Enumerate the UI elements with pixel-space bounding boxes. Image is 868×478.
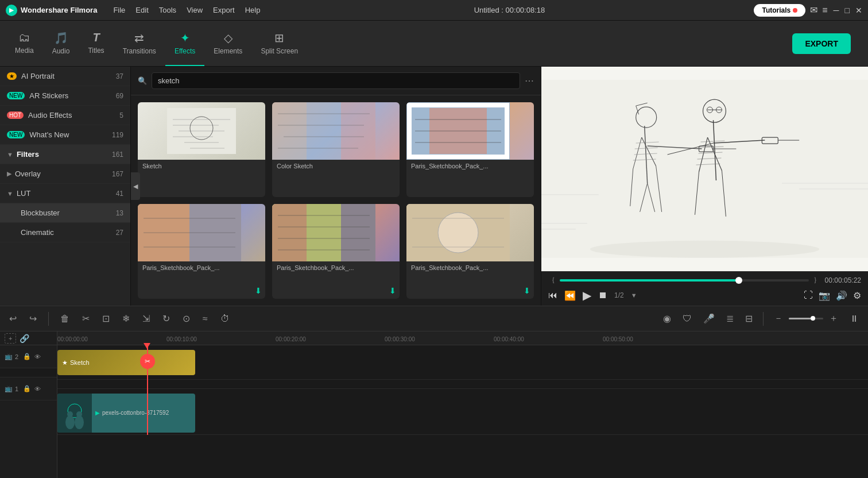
preview-panel: ｛ ｝ 00:00:05:22 ⏮ ⏪ ▶ ⏹ 1/2 ▼ ⛶ (541, 67, 868, 306)
toolbar-splitscreen[interactable]: ⊞ Split Screen (251, 21, 307, 66)
mail-icon[interactable]: ✉ (810, 5, 817, 16)
fullscreen-icon[interactable]: ⛶ (804, 290, 813, 300)
stop-button[interactable]: ⏹ (598, 290, 607, 300)
toolbar-effects[interactable]: ✦ Effects (165, 21, 204, 66)
ar-stickers-badge: NEW (7, 92, 25, 99)
transitions-icon: ⇄ (134, 31, 144, 45)
toolbar-audio[interactable]: 🎵 Audio (43, 21, 79, 66)
color-button[interactable]: ⊙ (179, 311, 193, 326)
effect-card-paris3[interactable]: Paris_Sketchbook_Pack_... ⬇ (272, 204, 400, 299)
timeline-labels: + 🔗 📺 2 🔒 👁 📺 1 🔒 👁 (0, 331, 57, 478)
playhead[interactable]: ✂ (147, 345, 148, 435)
transform-button[interactable]: ⇲ (139, 311, 153, 326)
menu-view[interactable]: View (182, 5, 207, 16)
media-icon: 🗂 (18, 31, 30, 44)
sketch-label: Sketch (138, 160, 265, 172)
ratio-dropdown-icon[interactable]: ▼ (631, 292, 637, 299)
rotate-button[interactable]: ↻ (159, 311, 173, 326)
sidebar-item-overlay[interactable]: ▶ Overlay 167 (0, 164, 130, 184)
play-button[interactable]: ▶ (583, 288, 591, 302)
effect-card-sketch[interactable]: Sketch (138, 102, 265, 197)
shield-icon[interactable]: 🛡 (679, 311, 695, 326)
crop-button[interactable]: ⊡ (99, 311, 113, 326)
track1-lock-icon[interactable]: 🔒 (23, 385, 31, 392)
menu-export[interactable]: Export (208, 5, 239, 16)
zoom-in-button[interactable]: ＋ (826, 310, 842, 327)
audio-icon: 🎵 (54, 31, 68, 45)
mic-icon[interactable]: 🎤 (700, 311, 718, 326)
video-play-icon: ▶ (95, 410, 100, 416)
timeline-options-button[interactable]: ⏸ (846, 311, 862, 326)
elements-icon: ◇ (224, 31, 232, 45)
cinematic-label: Cinematic (21, 228, 116, 237)
sidebar-item-filters[interactable]: ▼ Filters 161 (0, 145, 130, 164)
toolbar-media[interactable]: 🗂 Media (6, 21, 43, 66)
screenshot-icon[interactable]: 📷 (819, 290, 830, 301)
zoom-out-button[interactable]: － (770, 310, 786, 327)
redo-button[interactable]: ↪ (26, 311, 40, 326)
sidebar-item-whats-new[interactable]: NEW What's New 119 (0, 125, 130, 145)
bracket-right-icon[interactable]: ｝ (813, 275, 820, 285)
link-icon[interactable]: 🔗 (20, 334, 29, 343)
progress-bar[interactable] (560, 279, 809, 282)
ruler-tick-5: 00:00:50:00 (603, 336, 633, 342)
close-icon[interactable]: ✕ (855, 6, 862, 15)
titlebar-right: Tutorials ✉ ≡ (754, 4, 827, 17)
titlebar: ▶ Wondershare Filmora File Edit Tools Vi… (0, 0, 868, 21)
freeze-button[interactable]: ❄ (119, 311, 133, 326)
svg-rect-10 (307, 102, 341, 160)
sidebar-item-lut[interactable]: ▼ LUT 41 (0, 184, 130, 203)
effect-card-paris2[interactable]: Paris_Sketchbook_Pack_... ⬇ (138, 204, 265, 299)
step-back-button[interactable]: ⏪ (564, 290, 576, 301)
whats-new-label: What's New (29, 130, 112, 139)
sidebar-subitem-cinematic[interactable]: Cinematic 27 (0, 223, 130, 242)
menu-tools[interactable]: Tools (154, 5, 181, 16)
caption-icon[interactable]: ≣ (723, 311, 737, 326)
toolbar-titles[interactable]: T Titles (79, 21, 113, 66)
menu-icon[interactable]: ≡ (822, 5, 827, 16)
skip-back-button[interactable]: ⏮ (548, 290, 557, 300)
picture-in-picture-icon[interactable]: ⊟ (742, 311, 756, 326)
grid-view-icon[interactable]: ⋯ (525, 75, 534, 86)
add-track-button[interactable]: + (5, 333, 16, 344)
audio-adjust-button[interactable]: ≈ (199, 311, 211, 326)
settings-icon[interactable]: ⚙ (853, 290, 861, 301)
zoom-slider[interactable] (789, 318, 823, 319)
bracket-left-icon[interactable]: ｛ (548, 275, 555, 285)
collapse-sidebar-button[interactable]: ◀ (131, 172, 140, 200)
toolbar-elements[interactable]: ◇ Elements (204, 21, 251, 66)
track1-eye-icon[interactable]: 👁 (34, 386, 41, 392)
sketch-clip[interactable]: ★ Sketch (57, 350, 195, 375)
sidebar-subitem-blockbuster[interactable]: Blockbuster 13 (0, 203, 130, 223)
toolbar-transitions[interactable]: ⇄ Transitions (114, 21, 165, 66)
delete-button[interactable]: 🗑 (57, 311, 73, 326)
menu-edit[interactable]: Edit (131, 5, 153, 16)
ruler-tick-3: 00:00:30:00 (385, 336, 415, 342)
search-input[interactable] (152, 72, 520, 89)
effects-grid: Sketch (131, 95, 541, 306)
tutorials-button[interactable]: Tutorials (754, 4, 805, 17)
track2-eye-icon[interactable]: 👁 (34, 353, 41, 360)
paris4-label: Paris_Sketchbook_Pack_... (406, 261, 534, 274)
track2-lock-icon[interactable]: 🔒 (23, 353, 31, 360)
sketch-clip-label: ★ Sketch (57, 359, 94, 367)
effect-card-color-sketch[interactable]: Color Sketch (272, 102, 400, 197)
sidebar-item-ar-stickers[interactable]: NEW AR Stickers 69 (0, 86, 130, 106)
speed-button[interactable]: ⏱ (217, 311, 233, 326)
menu-file[interactable]: File (108, 5, 130, 16)
sidebar-item-audio-effects[interactable]: HOT Audio Effects 5 (0, 106, 130, 125)
minimize-icon[interactable]: ─ (834, 6, 839, 15)
color-sketch-thumb (272, 102, 400, 160)
video-clip[interactable]: ▶ pexels-cottonbro-8717592 (57, 394, 195, 433)
effect-card-paris4[interactable]: Paris_Sketchbook_Pack_... ⬇ (406, 204, 534, 299)
export-button[interactable]: EXPORT (792, 33, 851, 54)
sidebar-item-ai-portrait[interactable]: ★ AI Portrait 37 (0, 67, 130, 86)
menu-help[interactable]: Help (241, 5, 265, 16)
audio-icon[interactable]: 🔊 (836, 290, 847, 301)
cut-button[interactable]: ✂ (79, 311, 93, 326)
undo-button[interactable]: ↩ (6, 311, 20, 326)
maximize-icon[interactable]: □ (845, 6, 850, 15)
effect-card-paris1[interactable]: Paris_Sketchbook_Pack_... (406, 102, 534, 197)
playback-row: ⏮ ⏪ ▶ ⏹ 1/2 ▼ ⛶ 📷 🔊 ⚙ (548, 288, 861, 302)
motion-icon[interactable]: ◉ (660, 311, 675, 326)
